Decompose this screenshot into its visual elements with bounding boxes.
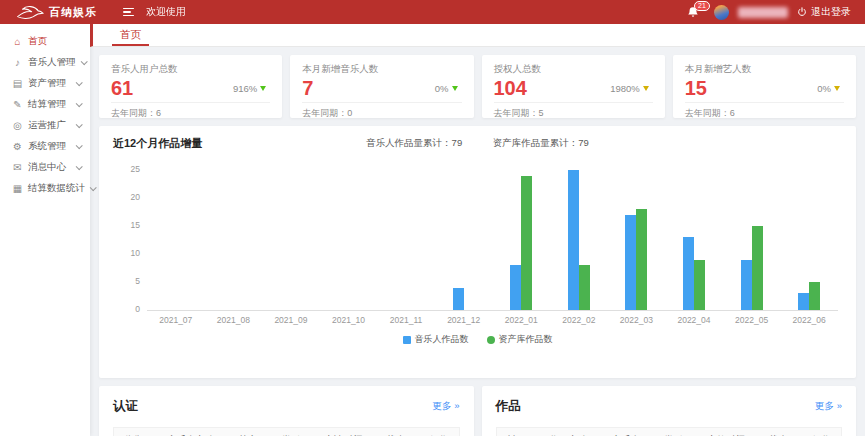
sidebar-item-pencil[interactable]: ✎结算管理: [0, 94, 90, 115]
stat-card: 本月新增音乐人数70%去年同期：0: [290, 55, 473, 118]
bar-group: [205, 170, 263, 310]
stat-percent-text: 916%: [233, 83, 257, 94]
chevron-down-icon: [76, 163, 83, 170]
stat-card-percent: 1980%: [610, 83, 649, 94]
chart-legend: 音乐人作品数资产库作品数: [99, 333, 856, 346]
brand-name: 百纳娱乐: [49, 5, 97, 20]
legend-item[interactable]: 资产库作品数: [487, 333, 553, 346]
bar-asset[interactable]: [809, 282, 820, 310]
tab-bar: 首页: [90, 24, 865, 47]
logout-label: 退出登录: [811, 5, 851, 19]
app: 百纳娱乐 欢迎使用 21: [0, 0, 865, 436]
username-blurred: [738, 7, 788, 18]
bar-musician[interactable]: [625, 215, 636, 310]
x-axis-label: 2022_06: [780, 315, 838, 325]
legend-marker: [403, 336, 411, 344]
more-link[interactable]: 更多 »: [815, 400, 842, 413]
x-axis-label: 2022_05: [723, 315, 781, 325]
bar-asset[interactable]: [694, 260, 705, 310]
bar-group: [147, 170, 205, 310]
avatar[interactable]: [714, 5, 729, 20]
bar-musician[interactable]: [510, 265, 521, 310]
bird-logo-icon: [16, 5, 44, 20]
panel-header: 作品更多 »: [496, 398, 843, 415]
globe-icon: ◎: [12, 120, 23, 131]
stat-card-footer: 去年同期：5: [494, 102, 653, 120]
sidebar-item-label: 首页: [28, 35, 47, 48]
bar-asset[interactable]: [752, 226, 763, 310]
trend-down-icon: [260, 86, 266, 91]
y-axis-tick: 5: [135, 276, 140, 286]
sidebar-item-message[interactable]: ✉消息中心: [0, 157, 90, 178]
panel-title: 认证: [113, 398, 138, 415]
x-axis-label: 2022_01: [492, 315, 550, 325]
bar-asset[interactable]: [636, 209, 647, 310]
table-header-row: 封面作品名称音乐人类型上传时间状态操作: [497, 428, 842, 436]
x-axis-label: 2022_02: [550, 315, 608, 325]
tab-home[interactable]: 首页: [115, 28, 146, 46]
bar-group: [780, 170, 838, 310]
legend-label: 音乐人作品数: [415, 333, 469, 346]
main-content: 音乐人用户总数61916%去年同期：6本月新增音乐人数70%去年同期：0授权人总…: [90, 47, 865, 436]
bar-asset[interactable]: [521, 176, 532, 310]
panel-table: 封面作品名称音乐人类型上传时间状态操作: [496, 427, 843, 436]
musician-works-total: 音乐人作品量累计：79: [366, 137, 462, 148]
wallet-icon: ▤: [12, 78, 23, 89]
bar-musician[interactable]: [453, 288, 464, 310]
collapse-menu-icon[interactable]: [123, 8, 134, 16]
stat-card-label: 授权人总数: [494, 63, 653, 76]
sidebar-item-label: 音乐人管理: [28, 56, 76, 69]
x-axis-labels: 2021_072021_082021_092021_102021_112021_…: [147, 315, 838, 325]
bar-group: [492, 170, 550, 310]
bar-group: [262, 170, 320, 310]
stat-percent-text: 1980%: [610, 83, 640, 94]
panel-header: 认证更多 »: [113, 398, 460, 415]
bar-asset[interactable]: [579, 265, 590, 310]
stat-percent-text: 0%: [817, 83, 831, 94]
legend-label: 资产库作品数: [499, 333, 553, 346]
bar-group: [608, 170, 666, 310]
stat-card: 授权人总数1041980%去年同期：5: [482, 55, 665, 118]
bar-group: [723, 170, 781, 310]
logout-button[interactable]: 退出登录: [797, 5, 851, 19]
y-axis-tick: 10: [131, 248, 140, 258]
stat-card-label: 本月新增音乐人数: [302, 63, 461, 76]
sidebar-item-wallet[interactable]: ▤资产管理: [0, 73, 90, 94]
stat-card-footer: 去年同期：6: [685, 102, 844, 120]
chart-summaries: 音乐人作品量累计：79 资产库作品量累计：79: [99, 137, 856, 150]
stat-card-mid: 1041980%: [494, 77, 653, 99]
brand[interactable]: 百纳娱乐: [0, 5, 97, 20]
stat-card-value: 104: [494, 77, 527, 99]
sidebar-item-chart[interactable]: ▦结算数据统计: [0, 178, 90, 199]
notification-badge: 21: [694, 1, 710, 11]
headphones-icon: ♪: [12, 57, 23, 68]
trend-down-icon: [643, 86, 649, 91]
stat-percent-text: 0%: [435, 83, 449, 94]
sidebar-item-gear[interactable]: ⚙系统管理: [0, 136, 90, 157]
header-right: 21 退出登录: [687, 5, 865, 20]
panel-title: 作品: [496, 398, 521, 415]
stat-card: 音乐人用户总数61916%去年同期：6: [99, 55, 282, 118]
chevron-down-icon: [80, 58, 87, 65]
gear-icon: ⚙: [12, 141, 23, 152]
bar-musician[interactable]: [568, 170, 579, 310]
bar-musician[interactable]: [741, 260, 752, 310]
sidebar-item-home[interactable]: ⌂首页: [0, 31, 90, 52]
sidebar-item-globe[interactable]: ◎运营推广: [0, 115, 90, 136]
stat-card-percent: 0%: [817, 83, 840, 94]
legend-item[interactable]: 音乐人作品数: [403, 333, 469, 346]
bar-musician[interactable]: [798, 293, 809, 310]
more-link[interactable]: 更多 »: [433, 400, 460, 413]
message-icon: ✉: [12, 162, 23, 173]
notifications-button[interactable]: 21: [687, 6, 699, 19]
sidebar-item-label: 消息中心: [28, 161, 66, 174]
welcome-text: 欢迎使用: [146, 5, 186, 19]
x-axis-label: 2021_10: [320, 315, 378, 325]
bar-musician[interactable]: [683, 237, 694, 310]
stat-card-value: 7: [302, 77, 313, 99]
sidebar-item-headphones[interactable]: ♪音乐人管理: [0, 52, 90, 73]
panel-认证: 认证更多 »头像音乐人名称艺名类型申请时间状态操作: [99, 386, 474, 436]
asset-works-total: 资产库作品量累计：79: [493, 137, 589, 148]
chart-card: 近12个月作品增量 音乐人作品量累计：79 资产库作品量累计：79 051015…: [99, 126, 856, 378]
y-axis-tick: 20: [131, 192, 140, 202]
